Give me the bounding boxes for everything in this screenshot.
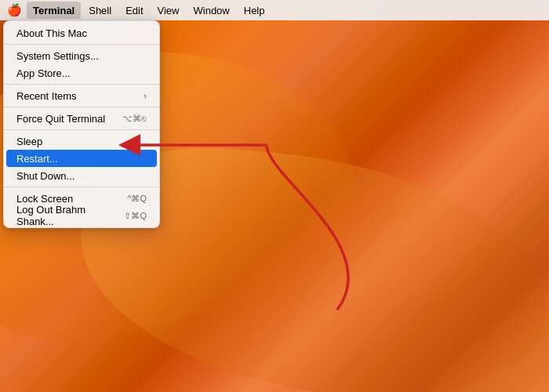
menu-separator-4 xyxy=(4,129,159,130)
menu-item-system-settings[interactable]: System Settings... xyxy=(4,47,159,64)
logout-shortcut: ⇧⌘Q xyxy=(124,211,147,221)
lock-screen-shortcut: ^⌘Q xyxy=(127,194,147,204)
menubar-item-shell[interactable]: Shell xyxy=(82,2,118,19)
menubar-item-window[interactable]: Window xyxy=(187,2,236,19)
menu-separator-3 xyxy=(4,107,159,107)
menu-item-about[interactable]: About This Mac xyxy=(4,24,159,42)
menu-item-force-quit[interactable]: Force Quit Terminal ⌥⌘⎋ xyxy=(4,110,159,127)
menubar-item-view[interactable]: View xyxy=(151,2,186,19)
menubar-item-edit[interactable]: Edit xyxy=(119,2,149,19)
menubar: 🍎 Terminal Shell Edit View Window Help xyxy=(0,0,549,20)
menu-item-restart[interactable]: Restart... xyxy=(6,150,157,167)
apple-icon: 🍎 xyxy=(7,3,22,17)
menu-item-sleep[interactable]: Sleep xyxy=(4,132,159,150)
menu-item-app-store[interactable]: App Store... xyxy=(4,64,159,82)
recent-items-arrow-icon: › xyxy=(144,91,147,100)
menu-separator-1 xyxy=(4,44,159,45)
force-quit-shortcut: ⌥⌘⎋ xyxy=(122,114,147,124)
menubar-item-terminal[interactable]: Terminal xyxy=(27,2,81,19)
menu-item-recent-items[interactable]: Recent Items › xyxy=(4,87,159,104)
apple-dropdown-menu: About This Mac System Settings... App St… xyxy=(3,20,160,228)
desktop: 🍎 Terminal Shell Edit View Window Help A… xyxy=(0,0,549,392)
menu-separator-5 xyxy=(4,187,159,187)
apple-menu-button[interactable]: 🍎 xyxy=(6,2,22,18)
menubar-item-help[interactable]: Help xyxy=(238,2,271,19)
menu-separator-2 xyxy=(4,84,159,85)
menu-item-shutdown[interactable]: Shut Down... xyxy=(4,167,159,184)
menu-item-logout[interactable]: Log Out Brahm Shank... ⇧⌘Q xyxy=(4,207,159,224)
